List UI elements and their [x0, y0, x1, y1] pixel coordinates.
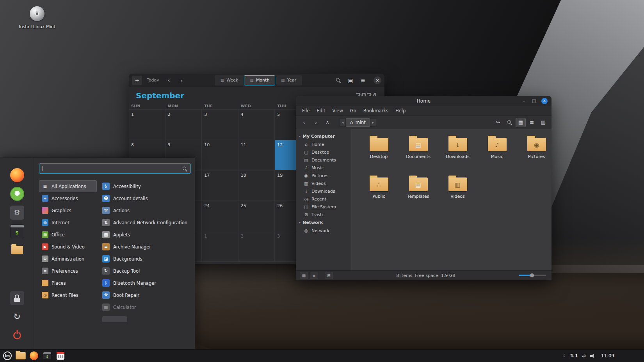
calendar-day-cell[interactable]: 1 — [202, 231, 238, 262]
application-item[interactable]: ◪ Backgrounds — [100, 253, 191, 265]
bluetooth-icon[interactable]: ᛒ — [563, 353, 566, 358]
sidebar-place-item[interactable]: ◷ Recent — [296, 195, 351, 203]
calendar-day-cell[interactable]: 24 — [202, 201, 238, 231]
favorite-firefox-button[interactable] — [10, 168, 24, 182]
sidebar-place-item[interactable]: ▤ Documents — [296, 156, 351, 164]
quit-button[interactable] — [10, 328, 24, 342]
menu-item[interactable]: Go — [347, 107, 359, 115]
favorite-software-manager-button[interactable] — [10, 187, 24, 201]
compact-view-button[interactable]: ▥ — [538, 118, 548, 127]
up-button[interactable]: ∧ — [322, 118, 333, 127]
today-button[interactable]: Today — [144, 76, 162, 85]
forward-button[interactable]: › — [311, 118, 321, 127]
favorite-terminal-button[interactable]: $ — [10, 224, 24, 238]
calendar-day-cell[interactable]: 4 — [238, 110, 275, 140]
application-item[interactable]: ▦ Calculator — [100, 301, 191, 313]
lock-screen-button[interactable] — [10, 291, 24, 305]
folder-item[interactable]: ↓ Downloads — [438, 134, 477, 174]
menu-item[interactable]: View — [329, 107, 346, 115]
calendar-day-cell[interactable]: 3 — [202, 110, 238, 140]
favorite-system-settings-button[interactable]: ⚙ — [10, 206, 24, 220]
menu-item[interactable]: Edit — [313, 107, 328, 115]
application-item[interactable] — [100, 313, 191, 325]
list-view-button[interactable]: ≡ — [527, 118, 537, 127]
view-button[interactable]: ▦ Week — [215, 75, 244, 85]
calendar-day-cell[interactable]: 1 — [129, 110, 165, 140]
folder-item[interactable]: Desktop — [359, 134, 398, 174]
menu-item[interactable]: Bookmarks — [360, 107, 391, 115]
folder-item[interactable]: ◉ Pictures — [517, 134, 551, 174]
sidebar-place-item[interactable]: ⌂ Home — [296, 140, 351, 148]
my-computer-section-header[interactable]: ▾ My Computer — [296, 132, 351, 140]
category-item[interactable]: ▦ All Applications — [39, 180, 97, 192]
calendar-launcher[interactable] — [55, 350, 66, 362]
sidebar-place-item[interactable]: ◉ Pictures — [296, 172, 351, 179]
breadcrumb-location-button[interactable]: ⌂ mint — [346, 118, 370, 127]
folder-item[interactable]: ▥ Videos — [438, 174, 477, 213]
back-button[interactable]: ‹ — [299, 118, 309, 127]
network-traffic-indicator[interactable]: ⇅ 1 — [570, 353, 578, 358]
view-button[interactable]: ▦ Year — [275, 75, 302, 85]
category-item[interactable]: + Accessories — [39, 192, 97, 204]
folder-item[interactable]: ∴ Public — [359, 174, 398, 213]
close-button[interactable]: × — [541, 98, 548, 104]
sidebar-place-item[interactable]: ↓ Downloads — [296, 187, 351, 195]
zoom-slider-knob[interactable] — [530, 273, 534, 277]
install-linux-mint-shortcut[interactable]: Install Linux Mint — [20, 6, 54, 29]
network-section-header[interactable]: ▾ Network — [296, 218, 351, 227]
network-icon[interactable]: ⇄ — [582, 353, 586, 358]
application-item[interactable]: ☻ Account details — [100, 192, 191, 204]
folder-item[interactable]: ▤ Documents — [398, 134, 438, 174]
calendar-day-cell[interactable]: 10 — [202, 140, 238, 170]
zoom-slider[interactable] — [519, 275, 546, 276]
maximize-button[interactable]: □ — [531, 98, 537, 104]
view-button[interactable]: ▦ Month — [244, 75, 275, 85]
search-button[interactable] — [504, 118, 514, 127]
calendars-button[interactable]: ▣ — [345, 76, 356, 85]
breadcrumb-prev-button[interactable]: ◂ — [340, 118, 346, 127]
category-item[interactable]: ≡ Preferences — [39, 265, 97, 277]
sidebar-place-item[interactable]: ◫ File System — [296, 203, 351, 211]
sidebar-place-item[interactable]: ◍ Network — [296, 227, 351, 234]
new-event-button[interactable]: + — [132, 76, 142, 85]
terminal-launcher[interactable]: $ — [41, 350, 53, 362]
category-item[interactable]: ◍ Internet — [39, 216, 97, 229]
clock[interactable]: 11:09 — [601, 353, 614, 358]
sidebar-place-item[interactable]: ▥ Videos — [296, 179, 351, 187]
category-item[interactable]: ▤ Office — [39, 229, 97, 241]
category-item[interactable]: ▶ Sound & Video — [39, 241, 97, 253]
menu-item[interactable]: File — [299, 107, 313, 115]
hamburger-menu-button[interactable]: ≡ — [358, 76, 368, 85]
previous-month-button[interactable]: ‹ — [164, 76, 174, 85]
sidebar-place-item[interactable]: ♪ Music — [296, 164, 351, 172]
category-item[interactable]: Graphics — [39, 204, 97, 216]
sidebar-place-item[interactable]: ▢ Desktop — [296, 148, 351, 156]
calendar-day-cell[interactable]: 18 — [238, 170, 275, 201]
favorite-files-button[interactable] — [10, 243, 24, 257]
icon-view-button[interactable]: ▦ — [516, 118, 526, 127]
sidebar-place-item[interactable]: ⊠ Trash — [296, 211, 351, 218]
folder-item[interactable]: ▤ Templates — [398, 174, 438, 213]
breadcrumb-next-button[interactable]: ▸ — [370, 118, 376, 127]
menu-button[interactable]: lm — [2, 350, 13, 362]
toggle-sidebar-places-button[interactable]: ▤ — [300, 272, 308, 279]
menu-item[interactable]: Help — [392, 107, 409, 115]
application-item[interactable]: ⚒ Actions — [100, 204, 191, 216]
menu-search-box[interactable] — [39, 163, 191, 174]
category-item[interactable]: Places — [39, 277, 97, 289]
toggle-location-entry-button[interactable]: ↪ — [493, 118, 503, 127]
files-launcher[interactable] — [15, 350, 27, 362]
calendar-day-cell[interactable]: 17 — [202, 170, 238, 201]
category-item[interactable]: ⚙ Administration — [39, 253, 97, 265]
application-item[interactable]: ▦ Applets — [100, 229, 191, 241]
toggle-thumbnails-button[interactable]: ⊞ — [325, 272, 333, 279]
application-item[interactable]: ᛒ Bluetooth Manager — [100, 277, 191, 289]
calendar-day-cell[interactable]: 25 — [238, 201, 275, 231]
next-month-button[interactable]: › — [176, 76, 187, 85]
application-item[interactable]: ↻ Backup Tool — [100, 265, 191, 277]
volume-icon[interactable] — [590, 353, 596, 358]
application-item[interactable]: ♿ Accessibility — [100, 180, 191, 192]
application-item[interactable]: ⚒ Boot Repair — [100, 289, 191, 301]
menu-search-input[interactable] — [43, 166, 182, 171]
toggle-sidebar-tree-button[interactable]: ≡ — [310, 272, 318, 279]
